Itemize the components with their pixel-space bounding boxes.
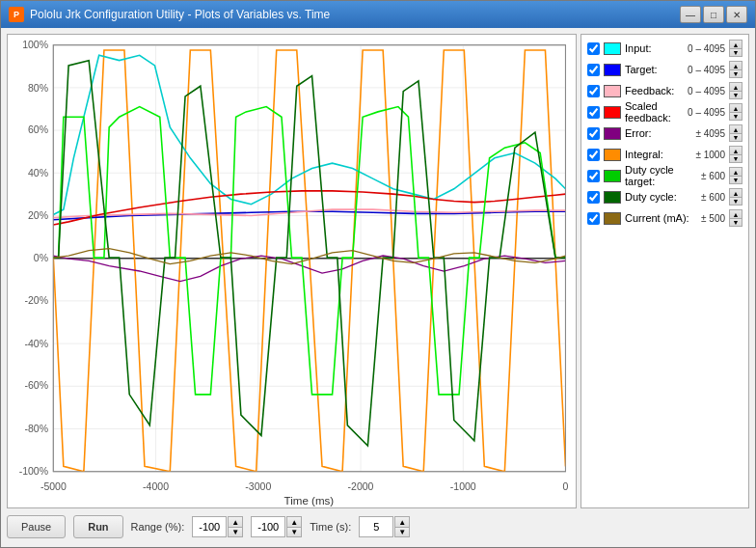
spinner-up-feedback[interactable]: ▲ (729, 82, 742, 91)
svg-text:-20%: -20% (25, 294, 49, 306)
svg-text:80%: 80% (28, 82, 49, 94)
legend-range-duty-cycle: ± 600 (701, 192, 725, 203)
plot-container: 100% 80% 60% 40% 20% 0% -20% -40% -60% -… (7, 34, 577, 508)
legend-spinner-feedback: ▲ ▼ (729, 82, 742, 99)
legend-label-current: Current (mA): (625, 212, 697, 224)
svg-text:-3000: -3000 (245, 480, 271, 492)
legend-range-input: 0 – 4095 (688, 43, 725, 54)
spinner-down-scaled-feedback[interactable]: ▼ (729, 112, 742, 121)
legend-spinner-input: ▲ ▼ (729, 40, 742, 57)
legend-label-target: Target: (625, 64, 684, 75)
spinner-up-scaled-feedback[interactable]: ▲ (729, 103, 742, 112)
time-input-group: ▲ ▼ (359, 516, 410, 537)
spinner-up-current[interactable]: ▲ (729, 209, 742, 218)
legend-spinner-target: ▲ ▼ (729, 61, 742, 78)
time-spinner-up[interactable]: ▲ (394, 516, 410, 527)
close-button[interactable]: ✕ (726, 6, 747, 23)
legend-item-scaled-feedback: Scaled feedback: 0 – 4095 ▲ ▼ (587, 102, 742, 122)
svg-text:-60%: -60% (25, 379, 49, 391)
range-spinner2: ▲ ▼ (286, 516, 302, 537)
svg-text:60%: 60% (28, 123, 49, 135)
svg-text:40%: 40% (28, 167, 49, 178)
run-button[interactable]: Run (73, 515, 122, 538)
legend-checkbox-duty-cycle[interactable] (587, 191, 600, 204)
spinner-down-input[interactable]: ▼ (729, 48, 742, 57)
spinner-up-integral[interactable]: ▲ (729, 146, 742, 154)
window-controls: — □ ✕ (680, 6, 747, 23)
legend-checkbox-scaled-feedback[interactable] (587, 106, 600, 119)
spinner-down-integral[interactable]: ▼ (729, 154, 742, 163)
spinner-up-error[interactable]: ▲ (729, 124, 742, 133)
app-icon: P (9, 7, 24, 22)
legend-item-duty-cycle-target: Duty cycle target: ± 600 ▲ ▼ (587, 166, 742, 185)
svg-text:-5000: -5000 (40, 480, 67, 492)
plot-svg: 100% 80% 60% 40% 20% 0% -20% -40% -60% -… (8, 35, 576, 507)
legend-color-error (604, 127, 621, 140)
range-spinner1-up[interactable]: ▲ (228, 516, 243, 527)
legend-checkbox-integral[interactable] (587, 149, 600, 161)
minimize-button[interactable]: — (680, 6, 701, 23)
legend-spinner-duty-cycle-target: ▲ ▼ (729, 167, 742, 184)
bottom-bar: Pause Run Range (%): ▲ ▼ ▲ ▼ Time (s): (7, 512, 749, 541)
legend-item-error: Error: ± 4095 ▲ ▼ (587, 123, 742, 143)
legend-label-feedback: Feedback: (625, 85, 684, 96)
maximize-button[interactable]: □ (703, 6, 724, 23)
window-title: Pololu Jrk Configuration Utility - Plots… (30, 8, 680, 21)
legend-range-target: 0 – 4095 (688, 65, 725, 75)
svg-text:100%: 100% (22, 39, 48, 50)
time-input[interactable] (359, 516, 393, 537)
legend-spinner-current: ▲ ▼ (729, 209, 742, 227)
legend-checkbox-error[interactable] (587, 127, 600, 140)
legend-range-current: ± 500 (701, 213, 725, 224)
spinner-up-input[interactable]: ▲ (729, 40, 742, 48)
legend-range-error: ± 4095 (695, 128, 725, 139)
svg-text:20%: 20% (28, 209, 49, 221)
time-spinner-down[interactable]: ▼ (394, 527, 410, 537)
spinner-up-duty-cycle-target[interactable]: ▲ (729, 167, 742, 176)
svg-text:-80%: -80% (25, 423, 49, 434)
legend-range-integral: ± 1000 (695, 150, 725, 160)
spinner-down-target[interactable]: ▼ (729, 69, 742, 78)
svg-text:-1000: -1000 (450, 480, 476, 492)
legend-spinner-scaled-feedback: ▲ ▼ (729, 103, 742, 121)
legend-checkbox-input[interactable] (587, 42, 600, 55)
svg-text:-40%: -40% (25, 338, 49, 349)
legend-item-integral: Integral: ± 1000 ▲ ▼ (587, 145, 742, 164)
legend-checkbox-duty-cycle-target[interactable] (587, 170, 600, 182)
range-spinner2-up[interactable]: ▲ (286, 516, 302, 527)
legend-color-current (604, 212, 621, 225)
spinner-up-target[interactable]: ▲ (729, 61, 742, 69)
legend-color-duty-cycle-target (604, 170, 621, 182)
legend-checkbox-target[interactable] (587, 64, 600, 76)
range-input-group1: ▲ ▼ (192, 516, 243, 537)
legend-label-duty-cycle: Duty cycle: (625, 191, 697, 203)
legend-range-duty-cycle-target: ± 600 (701, 171, 725, 181)
legend-label-error: Error: (625, 127, 691, 139)
spinner-down-error[interactable]: ▼ (729, 133, 742, 142)
legend-checkbox-feedback[interactable] (587, 85, 600, 97)
spinner-up-duty-cycle[interactable]: ▲ (729, 188, 742, 197)
legend-item-input: Input: 0 – 4095 ▲ ▼ (587, 39, 742, 58)
svg-text:0%: 0% (34, 252, 49, 263)
range-input1[interactable] (192, 516, 227, 537)
legend-label-duty-cycle-target: Duty cycle target: (625, 164, 697, 187)
legend-color-integral (604, 149, 621, 161)
legend-panel: Input: 0 – 4095 ▲ ▼ Target: 0 – 4095 ▲ ▼ (580, 34, 749, 508)
legend-item-duty-cycle: Duty cycle: ± 600 ▲ ▼ (587, 187, 742, 206)
spinner-down-feedback[interactable]: ▼ (729, 91, 742, 99)
svg-text:-2000: -2000 (348, 480, 374, 492)
spinner-down-current[interactable]: ▼ (729, 218, 742, 227)
range-input2[interactable] (251, 516, 285, 537)
range-spinner1-down[interactable]: ▼ (228, 527, 243, 537)
legend-label-integral: Integral: (625, 149, 691, 160)
spinner-down-duty-cycle-target[interactable]: ▼ (729, 176, 742, 184)
legend-range-scaled-feedback: 0 – 4095 (688, 107, 725, 118)
legend-checkbox-current[interactable] (587, 212, 600, 225)
range-label: Range (%): (131, 521, 185, 533)
legend-color-target (604, 64, 621, 76)
legend-label-scaled-feedback: Scaled feedback: (625, 100, 684, 123)
pause-button[interactable]: Pause (7, 515, 66, 538)
content-area: 100% 80% 60% 40% 20% 0% -20% -40% -60% -… (1, 28, 755, 547)
spinner-down-duty-cycle[interactable]: ▼ (729, 197, 742, 206)
range-spinner2-down[interactable]: ▼ (286, 527, 302, 537)
